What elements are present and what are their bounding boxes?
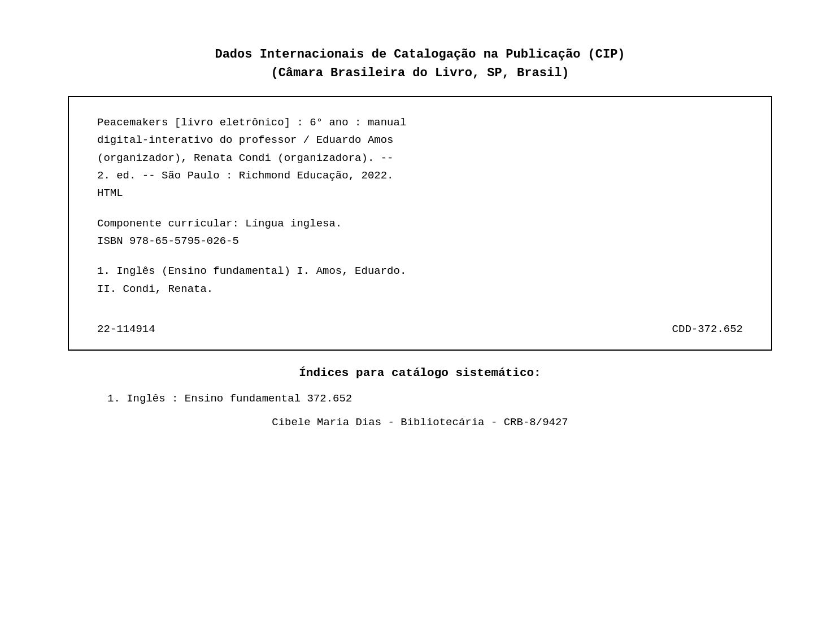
catalog-subjects-block: 1. Inglês (Ensino fundamental) I. Amos, …	[97, 263, 743, 298]
indices-title: Índices para catálogo sistemático:	[96, 366, 744, 379]
catalog-box: Peacemakers [livro eletrônico] : 6° ano …	[68, 96, 772, 351]
catalog-footer-right: CDD-372.652	[672, 321, 743, 338]
catalog-entry-block: Peacemakers [livro eletrônico] : 6° ano …	[97, 114, 743, 203]
indices-content: 1. Inglês : Ensino fundamental 372.652	[96, 390, 744, 408]
catalog-subject1: 1. Inglês (Ensino fundamental) I. Amos, …	[97, 263, 743, 280]
header-section: Dados Internacionais de Catalogação na P…	[68, 45, 772, 82]
indices-section: Índices para catálogo sistemático: 1. In…	[68, 366, 772, 428]
indices-entry: 1. Inglês : Ensino fundamental 372.652	[107, 390, 744, 408]
header-line2: (Câmara Brasileira do Livro, SP, Brasil)	[68, 64, 772, 82]
catalog-entry-line4: 2. ed. -- São Paulo : Richmond Educação,…	[97, 167, 743, 185]
librarian-line: Cibele Maria Dias - Bibliotecária - CRB-…	[96, 416, 744, 429]
catalog-entry-line5: HTML	[97, 185, 743, 202]
page-container: Dados Internacionais de Catalogação na P…	[23, 23, 817, 642]
catalog-curriculum: Componente curricular: Língua inglesa.	[97, 215, 743, 233]
header-title: Dados Internacionais de Catalogação na P…	[68, 45, 772, 82]
catalog-isbn: ISBN 978-65-5795-026-5	[97, 233, 743, 250]
header-line1: Dados Internacionais de Catalogação na P…	[68, 45, 772, 64]
catalog-entry-line2: digital-interativo do professor / Eduard…	[97, 132, 743, 149]
catalog-subject2: II. Condi, Renata.	[97, 281, 743, 298]
catalog-curriculum-block: Componente curricular: Língua inglesa. I…	[97, 215, 743, 251]
catalog-entry-line1: Peacemakers [livro eletrônico] : 6° ano …	[97, 114, 743, 132]
catalog-entry-line3: (organizador), Renata Condi (organizador…	[97, 150, 743, 167]
catalog-footer-left: 22-114914	[97, 321, 155, 338]
catalog-footer: 22-114914 CDD-372.652	[97, 321, 743, 338]
catalog-content: Peacemakers [livro eletrônico] : 6° ano …	[97, 114, 743, 338]
